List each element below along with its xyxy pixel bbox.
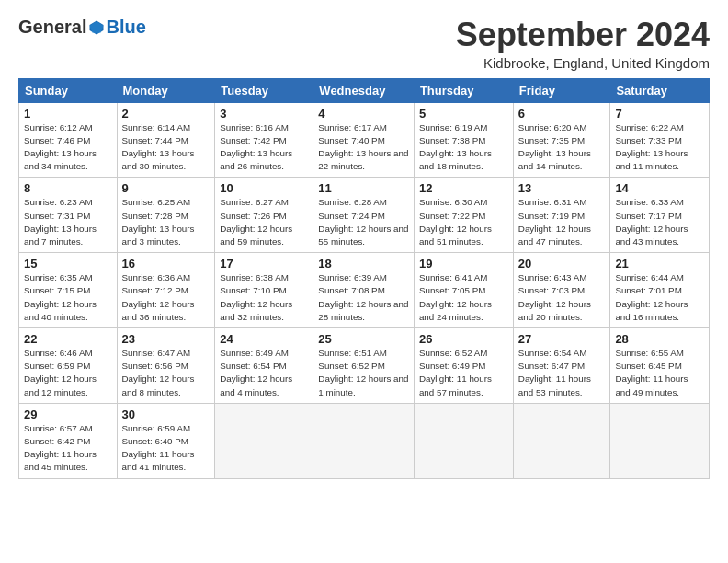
table-cell xyxy=(513,403,610,478)
day-detail: Sunrise: 6:57 AMSunset: 6:42 PMDaylight:… xyxy=(24,423,97,473)
day-detail: Sunrise: 6:33 AMSunset: 7:17 PMDaylight:… xyxy=(615,197,688,247)
day-number: 29 xyxy=(24,408,112,421)
table-cell: 8 Sunrise: 6:23 AMSunset: 7:31 PMDayligh… xyxy=(19,178,118,253)
col-monday: Monday xyxy=(117,78,215,102)
day-number: 7 xyxy=(615,107,704,121)
table-cell: 10 Sunrise: 6:27 AMSunset: 7:26 PMDaylig… xyxy=(215,178,313,253)
table-cell: 11 Sunrise: 6:28 AMSunset: 7:24 PMDaylig… xyxy=(313,178,415,253)
table-cell: 14 Sunrise: 6:33 AMSunset: 7:17 PMDaylig… xyxy=(610,178,710,253)
day-detail: Sunrise: 6:22 AMSunset: 7:33 PMDaylight:… xyxy=(615,122,688,172)
day-number: 23 xyxy=(122,332,210,346)
day-detail: Sunrise: 6:30 AMSunset: 7:22 PMDaylight:… xyxy=(419,197,492,247)
day-detail: Sunrise: 6:44 AMSunset: 7:01 PMDaylight:… xyxy=(615,272,688,322)
logo-icon xyxy=(88,19,105,36)
table-cell: 19 Sunrise: 6:41 AMSunset: 7:05 PMDaylig… xyxy=(414,253,513,328)
day-number: 22 xyxy=(24,332,112,346)
day-number: 30 xyxy=(122,408,210,421)
day-number: 13 xyxy=(518,181,606,195)
logo-blue: Blue xyxy=(106,17,145,38)
day-number: 5 xyxy=(419,107,508,121)
day-detail: Sunrise: 6:46 AMSunset: 6:59 PMDaylight:… xyxy=(24,348,97,397)
table-cell: 9 Sunrise: 6:25 AMSunset: 7:28 PMDayligh… xyxy=(117,178,215,253)
col-tuesday: Tuesday xyxy=(215,78,313,102)
day-detail: Sunrise: 6:27 AMSunset: 7:26 PMDaylight:… xyxy=(220,197,292,247)
day-number: 8 xyxy=(24,181,112,195)
day-detail: Sunrise: 6:12 AMSunset: 7:46 PMDaylight:… xyxy=(24,122,97,172)
day-number: 28 xyxy=(615,332,704,346)
day-detail: Sunrise: 6:17 AMSunset: 7:40 PMDaylight:… xyxy=(318,122,408,172)
day-number: 11 xyxy=(318,181,409,195)
table-cell: 20 Sunrise: 6:43 AMSunset: 7:03 PMDaylig… xyxy=(513,253,610,328)
table-cell: 18 Sunrise: 6:39 AMSunset: 7:08 PMDaylig… xyxy=(313,253,415,328)
table-cell: 30 Sunrise: 6:59 AMSunset: 6:40 PMDaylig… xyxy=(117,403,215,478)
day-detail: Sunrise: 6:43 AMSunset: 7:03 PMDaylight:… xyxy=(518,272,591,322)
day-detail: Sunrise: 6:14 AMSunset: 7:44 PMDaylight:… xyxy=(122,122,195,172)
table-cell xyxy=(215,403,313,478)
table-cell xyxy=(414,403,513,478)
day-number: 1 xyxy=(24,107,112,121)
day-detail: Sunrise: 6:38 AMSunset: 7:10 PMDaylight:… xyxy=(220,272,292,322)
col-saturday: Saturday xyxy=(610,78,710,102)
table-cell: 22 Sunrise: 6:46 AMSunset: 6:59 PMDaylig… xyxy=(19,328,118,404)
day-detail: Sunrise: 6:23 AMSunset: 7:31 PMDaylight:… xyxy=(24,197,97,247)
day-number: 15 xyxy=(24,257,112,270)
day-detail: Sunrise: 6:52 AMSunset: 6:49 PMDaylight:… xyxy=(419,348,492,397)
table-cell: 26 Sunrise: 6:52 AMSunset: 6:49 PMDaylig… xyxy=(414,328,513,404)
col-friday: Friday xyxy=(513,78,610,102)
day-number: 2 xyxy=(122,107,210,121)
logo-general: General xyxy=(18,17,86,38)
table-cell: 4 Sunrise: 6:17 AMSunset: 7:40 PMDayligh… xyxy=(313,102,415,178)
calendar-table: Sunday Monday Tuesday Wednesday Thursday… xyxy=(18,78,710,479)
day-number: 9 xyxy=(122,181,210,195)
day-detail: Sunrise: 6:41 AMSunset: 7:05 PMDaylight:… xyxy=(419,272,492,322)
table-cell: 13 Sunrise: 6:31 AMSunset: 7:19 PMDaylig… xyxy=(513,178,610,253)
day-number: 6 xyxy=(518,107,606,121)
table-cell: 27 Sunrise: 6:54 AMSunset: 6:47 PMDaylig… xyxy=(513,328,610,404)
table-cell: 21 Sunrise: 6:44 AMSunset: 7:01 PMDaylig… xyxy=(610,253,710,328)
table-cell: 16 Sunrise: 6:36 AMSunset: 7:12 PMDaylig… xyxy=(117,253,215,328)
day-detail: Sunrise: 6:35 AMSunset: 7:15 PMDaylight:… xyxy=(24,272,97,322)
day-detail: Sunrise: 6:20 AMSunset: 7:35 PMDaylight:… xyxy=(518,122,591,172)
title-area: September 2024 Kidbrooke, England, Unite… xyxy=(456,17,710,71)
day-number: 16 xyxy=(122,257,210,270)
table-cell: 17 Sunrise: 6:38 AMSunset: 7:10 PMDaylig… xyxy=(215,253,313,328)
table-cell: 24 Sunrise: 6:49 AMSunset: 6:54 PMDaylig… xyxy=(215,328,313,404)
table-cell: 3 Sunrise: 6:16 AMSunset: 7:42 PMDayligh… xyxy=(215,102,313,178)
day-detail: Sunrise: 6:39 AMSunset: 7:08 PMDaylight:… xyxy=(318,272,408,322)
day-detail: Sunrise: 6:28 AMSunset: 7:24 PMDaylight:… xyxy=(318,197,408,247)
day-detail: Sunrise: 6:36 AMSunset: 7:12 PMDaylight:… xyxy=(122,272,195,322)
table-cell: 2 Sunrise: 6:14 AMSunset: 7:44 PMDayligh… xyxy=(117,102,215,178)
day-number: 14 xyxy=(615,181,704,195)
day-number: 12 xyxy=(419,181,508,195)
table-cell: 6 Sunrise: 6:20 AMSunset: 7:35 PMDayligh… xyxy=(513,102,610,178)
col-wednesday: Wednesday xyxy=(313,78,415,102)
day-detail: Sunrise: 6:49 AMSunset: 6:54 PMDaylight:… xyxy=(220,348,292,397)
table-cell: 5 Sunrise: 6:19 AMSunset: 7:38 PMDayligh… xyxy=(414,102,513,178)
page: General Blue September 2024 Kidbrooke, E… xyxy=(0,0,728,488)
location-title: Kidbrooke, England, United Kingdom xyxy=(456,55,710,71)
day-number: 27 xyxy=(518,332,606,346)
table-cell xyxy=(313,403,415,478)
day-detail: Sunrise: 6:31 AMSunset: 7:19 PMDaylight:… xyxy=(518,197,591,247)
table-cell: 29 Sunrise: 6:57 AMSunset: 6:42 PMDaylig… xyxy=(19,403,118,478)
day-number: 24 xyxy=(220,332,308,346)
day-number: 21 xyxy=(615,257,704,270)
day-number: 25 xyxy=(318,332,409,346)
logo: General Blue xyxy=(18,17,146,38)
table-cell: 7 Sunrise: 6:22 AMSunset: 7:33 PMDayligh… xyxy=(610,102,710,178)
calendar-header-row: Sunday Monday Tuesday Wednesday Thursday… xyxy=(19,78,710,102)
day-number: 19 xyxy=(419,257,508,270)
table-cell: 12 Sunrise: 6:30 AMSunset: 7:22 PMDaylig… xyxy=(414,178,513,253)
col-sunday: Sunday xyxy=(19,78,118,102)
day-detail: Sunrise: 6:59 AMSunset: 6:40 PMDaylight:… xyxy=(122,423,195,473)
day-detail: Sunrise: 6:54 AMSunset: 6:47 PMDaylight:… xyxy=(518,348,591,397)
day-detail: Sunrise: 6:55 AMSunset: 6:45 PMDaylight:… xyxy=(615,348,688,397)
day-detail: Sunrise: 6:47 AMSunset: 6:56 PMDaylight:… xyxy=(122,348,195,397)
day-detail: Sunrise: 6:25 AMSunset: 7:28 PMDaylight:… xyxy=(122,197,195,247)
day-detail: Sunrise: 6:19 AMSunset: 7:38 PMDaylight:… xyxy=(419,122,492,172)
table-cell: 25 Sunrise: 6:51 AMSunset: 6:52 PMDaylig… xyxy=(313,328,415,404)
header-area: General Blue September 2024 Kidbrooke, E… xyxy=(18,17,710,71)
table-cell: 23 Sunrise: 6:47 AMSunset: 6:56 PMDaylig… xyxy=(117,328,215,404)
table-cell xyxy=(610,403,710,478)
day-number: 18 xyxy=(318,257,409,270)
